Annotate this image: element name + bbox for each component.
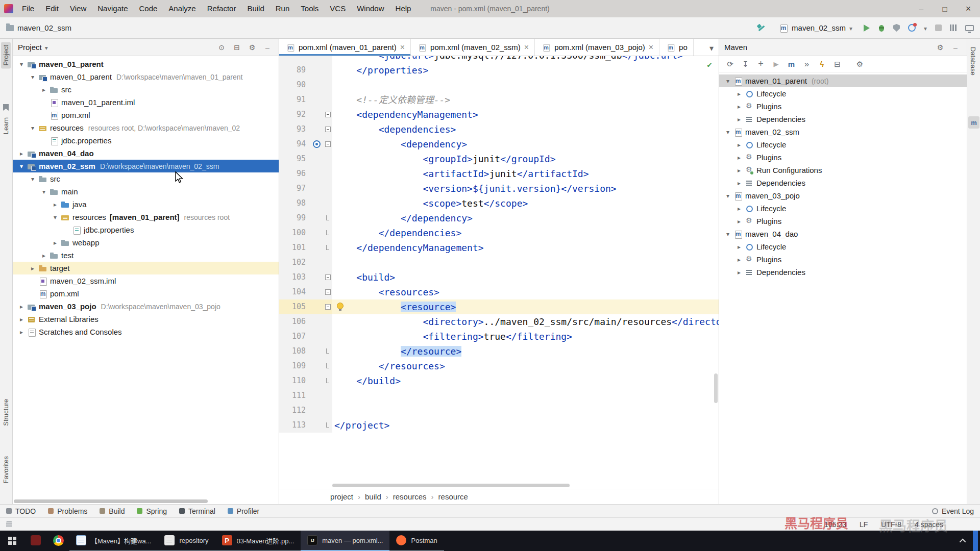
code-line[interactable]: 97 <version>${junit.version}</version>: [279, 181, 719, 196]
caret-position[interactable]: 105:23: [824, 520, 846, 529]
toolwindow-quick-access-icon[interactable]: [6, 521, 12, 528]
fold-cell[interactable]: [323, 373, 332, 388]
breadcrumb-item[interactable]: resource: [427, 492, 468, 501]
maven-collapse-all-icon[interactable]: [830, 58, 844, 70]
chevron-down-icon[interactable]: [723, 231, 732, 238]
maven-tree-item[interactable]: Plugins: [719, 215, 967, 228]
code-text[interactable]: </build>: [332, 373, 719, 388]
toolwindow-spring[interactable]: Spring: [137, 507, 166, 515]
maximize-icon[interactable]: [933, 0, 957, 17]
chevron-right-icon[interactable]: [39, 86, 48, 93]
locate-file-icon[interactable]: [215, 41, 228, 54]
monitor-icon[interactable]: [965, 25, 974, 31]
chevron-down-icon[interactable]: [723, 129, 732, 136]
code-text[interactable]: </resource>: [332, 344, 719, 359]
project-tree-item[interactable]: src: [13, 172, 279, 185]
minimize-icon[interactable]: [910, 0, 933, 17]
code-line[interactable]: 112: [279, 403, 719, 418]
maven-tree-item[interactable]: Dependencies: [719, 177, 967, 189]
chevron-right-icon[interactable]: [28, 265, 37, 272]
taskbar-app[interactable]: maven — pom.xml...: [301, 531, 389, 551]
project-horizontal-scrollbar[interactable]: [14, 499, 208, 503]
code-line[interactable]: 109 </resources>: [279, 359, 719, 373]
taskbar-app[interactable]: 03-Maven进阶.pp...: [215, 531, 301, 551]
grid-icon[interactable]: [950, 24, 957, 31]
file-encoding[interactable]: UTF-8: [881, 520, 901, 529]
code-text[interactable]: <!--定义依赖管理-->: [332, 92, 719, 107]
inspections-ok-icon[interactable]: [707, 60, 712, 69]
project-tree-item[interactable]: maven_02_ssm.iml: [13, 274, 279, 287]
tab-list-chevron-icon[interactable]: [709, 43, 714, 53]
fold-cell[interactable]: [323, 270, 332, 285]
code-line[interactable]: 98 <scope>test</scope>: [279, 196, 719, 211]
code-line[interactable]: 89 </properties>: [279, 63, 719, 78]
fold-collapse-icon[interactable]: [325, 141, 331, 147]
chevron-down-icon[interactable]: [723, 78, 732, 85]
tool-tab-maven[interactable]: m: [968, 116, 979, 129]
fold-cell[interactable]: [323, 211, 332, 226]
project-tree-item[interactable]: resourcesresources root, D:\workspace\ma…: [13, 121, 279, 134]
project-tree-item[interactable]: maven_04_dao: [13, 147, 279, 160]
intention-bulb-icon[interactable]: [337, 303, 344, 309]
project-tree-item[interactable]: External Libraries: [13, 313, 279, 325]
chevron-right-icon[interactable]: [734, 205, 744, 212]
editor-tab[interactable]: pom.xml (maven_02_ssm): [411, 39, 535, 56]
chevron-down-icon[interactable]: [17, 163, 26, 170]
fold-cell[interactable]: [323, 344, 332, 359]
maven-tree-item[interactable]: Lifecycle: [719, 138, 967, 151]
maven-tree-item[interactable]: Dependencies: [719, 266, 967, 279]
chevron-right-icon[interactable]: [17, 329, 26, 336]
maven-tree-item[interactable]: maven_02_ssm: [719, 126, 967, 138]
gear-icon[interactable]: [246, 41, 258, 54]
menu-tools[interactable]: Tools: [295, 4, 324, 13]
show-desktop-edge[interactable]: [973, 531, 978, 551]
code-line[interactable]: 105 <resource>: [279, 299, 719, 314]
chevron-right-icon[interactable]: [17, 303, 26, 310]
project-chip[interactable]: maven_02_ssm: [6, 23, 71, 32]
project-tree-item[interactable]: maven_01_parent: [13, 58, 279, 70]
code-text[interactable]: <filtering>true</filtering>: [332, 329, 719, 344]
project-tree-item[interactable]: target: [13, 262, 279, 274]
chevron-right-icon[interactable]: [734, 103, 744, 110]
toolwindow-event-log[interactable]: Event Log: [942, 507, 974, 515]
chevron-right-icon[interactable]: [734, 116, 744, 123]
tool-tab-project[interactable]: Project: [1, 42, 11, 68]
code-line[interactable]: 104 <resources>: [279, 285, 719, 299]
editor[interactable]: <jdbc.url>jdbc:mysql://127.0.0.1:3306/ss…: [279, 56, 719, 489]
code-line[interactable]: 92 <dependencyManagement>: [279, 107, 719, 122]
chevron-right-icon[interactable]: [51, 201, 60, 208]
chevron-right-icon[interactable]: [51, 239, 60, 246]
tool-tab-favorites[interactable]: Favorites: [1, 453, 11, 486]
fold-collapse-icon[interactable]: [325, 127, 331, 132]
download-sources-icon[interactable]: [739, 58, 752, 70]
maven-tree-item[interactable]: maven_03_pojo: [719, 189, 967, 202]
chevron-right-icon[interactable]: [734, 256, 744, 263]
chevron-right-icon[interactable]: [734, 180, 744, 187]
fold-collapse-icon[interactable]: [325, 289, 331, 295]
maven-tree-item[interactable]: Run Configurations: [719, 164, 967, 177]
project-tree-item[interactable]: pom.xml: [13, 109, 279, 121]
menu-build[interactable]: Build: [241, 4, 270, 13]
code-line[interactable]: 107 <filtering>true</filtering>: [279, 329, 719, 344]
editor-tab[interactable]: po: [659, 39, 694, 56]
code-line[interactable]: 91 <!--定义依赖管理-->: [279, 92, 719, 107]
chevron-right-icon[interactable]: [39, 252, 48, 259]
execute-maven-goal-icon[interactable]: [785, 58, 798, 70]
editor-tab[interactable]: pom.xml (maven_03_pojo): [535, 39, 659, 56]
add-maven-project-icon[interactable]: [754, 58, 768, 70]
toolwindow-terminal[interactable]: Terminal: [179, 507, 215, 515]
maven-tree-item[interactable]: Lifecycle: [719, 202, 967, 215]
run-button[interactable]: [864, 24, 870, 32]
menu-edit[interactable]: Edit: [40, 4, 64, 13]
tool-tab-database[interactable]: Database: [968, 44, 978, 79]
chevron-down-icon[interactable]: [723, 192, 732, 199]
code-text[interactable]: <scope>test</scope>: [332, 196, 719, 211]
project-view-chevron-icon[interactable]: [45, 43, 48, 52]
fold-cell[interactable]: [323, 299, 332, 314]
maven-tree-item[interactable]: Plugins: [719, 253, 967, 266]
indent-setting[interactable]: 4 spaces: [915, 520, 943, 529]
project-tree-item[interactable]: main: [13, 185, 279, 198]
editor-vertical-scrollbar[interactable]: [714, 373, 718, 403]
code-text[interactable]: <dependency>: [332, 137, 719, 152]
run-more-chevron-icon[interactable]: [924, 23, 927, 33]
